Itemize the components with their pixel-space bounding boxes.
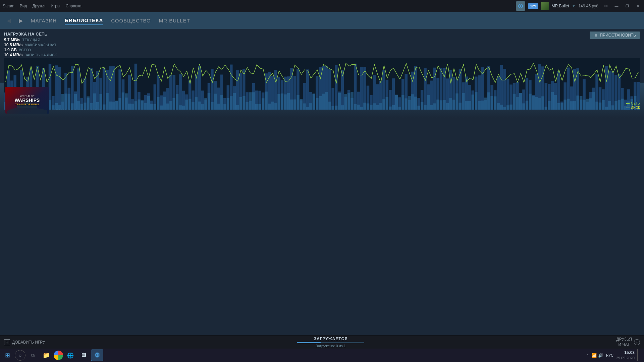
menu-steam[interactable]: Steam	[3, 4, 14, 8]
svg-rect-48	[74, 94, 77, 110]
search-icon: ○	[19, 353, 21, 358]
svg-rect-390	[618, 100, 621, 110]
svg-rect-270	[427, 95, 430, 110]
svg-rect-156	[246, 102, 248, 110]
friends-chat-button[interactable]: ДРУЗЬЯИ ЧАТ +	[616, 337, 640, 347]
notification-badge[interactable]: 129	[528, 3, 538, 9]
svg-rect-86	[135, 101, 137, 110]
steam-taskbar-button[interactable]	[91, 349, 103, 361]
minimize-button[interactable]: —	[613, 3, 620, 9]
menu-help[interactable]: Справка	[66, 4, 82, 8]
download-status-label: ЗАГРУЖАЕТСЯ	[314, 337, 347, 341]
download-progress-area: ЗАГРУЖАЕТСЯ Загружено: 0 из 1	[297, 337, 364, 348]
forward-button[interactable]: ▶	[16, 16, 25, 25]
username-label[interactable]: MR.Bullet	[552, 4, 569, 8]
svg-rect-336	[532, 96, 535, 110]
email-icon[interactable]: ✉	[602, 3, 609, 9]
language-indicator[interactable]: РУС	[606, 353, 613, 357]
svg-rect-236	[373, 103, 376, 110]
svg-rect-172	[271, 102, 274, 110]
clock-area[interactable]: 15:03 29.09.2020	[616, 350, 635, 360]
balance-label: 149.45 руб	[578, 4, 598, 8]
clock-date: 29.09.2020	[616, 356, 635, 360]
svg-rect-82	[128, 104, 131, 110]
menu-games[interactable]: Игры	[51, 4, 60, 8]
svg-rect-184	[290, 100, 293, 110]
svg-rect-56	[87, 97, 89, 110]
svg-rect-370	[586, 99, 589, 110]
svg-rect-124	[195, 97, 198, 110]
close-button[interactable]: ✕	[635, 3, 641, 9]
svg-rect-194	[306, 107, 309, 110]
svg-rect-274	[433, 103, 436, 110]
svg-rect-186	[293, 100, 296, 110]
file-explorer-button[interactable]: 📁	[40, 349, 52, 361]
svg-rect-266	[421, 102, 423, 110]
svg-rect-130	[204, 98, 207, 110]
svg-rect-350	[554, 95, 557, 110]
svg-rect-66	[103, 105, 105, 110]
svg-rect-388	[614, 101, 617, 110]
svg-rect-308	[487, 92, 490, 110]
network-legend-color	[626, 103, 630, 104]
nav-bar: ◀ ▶ МАГАЗИН БИБЛИОТЕКА СООБЩЕСТВО MR.BUL…	[0, 12, 644, 29]
svg-rect-294	[465, 101, 468, 110]
svg-rect-88	[138, 100, 140, 110]
search-button[interactable]: ○	[15, 350, 25, 361]
chrome-button[interactable]	[54, 351, 63, 360]
svg-rect-340	[538, 98, 541, 110]
pause-button[interactable]: ⏸ ПРИОСТАНОВИТЬ	[590, 32, 640, 39]
svg-rect-358	[567, 99, 570, 110]
edge-button[interactable]: 🌐	[64, 349, 76, 361]
svg-rect-40	[61, 94, 64, 110]
photos-button[interactable]: 🖼	[78, 349, 90, 361]
svg-rect-385	[611, 71, 614, 110]
svg-rect-98	[154, 104, 156, 110]
svg-rect-174	[274, 103, 277, 110]
svg-rect-54	[84, 103, 86, 110]
svg-rect-68	[106, 93, 108, 110]
nav-store[interactable]: МАГАЗИН	[31, 16, 57, 25]
svg-rect-84	[131, 104, 134, 110]
nav-community[interactable]: СООБЩЕСТВО	[111, 16, 151, 25]
volume-tray-icon[interactable]: 🔊	[598, 353, 603, 358]
windows-taskbar: ⊞ ○ ⧉ 📁 🌐 🖼 ^ 📶 🔊 РУС 15:	[0, 349, 644, 362]
chart-stats: НАГРУЗКА НА СЕТЬ 9.7 MB/s ТЕКУЩАЯ 10.5 M…	[4, 32, 57, 57]
svg-rect-92	[144, 103, 147, 110]
start-button[interactable]: ⊞	[1, 349, 13, 361]
system-tray-expand[interactable]: ^	[587, 354, 589, 357]
menu-friends[interactable]: Друзья	[32, 4, 45, 8]
svg-rect-376	[595, 102, 598, 110]
svg-rect-166	[262, 98, 264, 110]
show-desktop-button[interactable]	[637, 349, 640, 361]
svg-rect-314	[497, 103, 499, 110]
svg-rect-223	[354, 64, 357, 110]
chart-area: НАГРУЗКА НА СЕТЬ 9.7 MB/s ТЕКУЩАЯ 10.5 M…	[0, 29, 644, 82]
menu-view[interactable]: Вид	[20, 4, 27, 8]
task-view-button[interactable]: ⧉	[27, 349, 39, 361]
network-tray-icon[interactable]: 📶	[591, 353, 597, 358]
svg-rect-227	[360, 67, 363, 110]
svg-rect-62	[96, 102, 99, 110]
nav-profile[interactable]: MR.BULLET	[159, 16, 190, 25]
svg-rect-278	[440, 100, 442, 110]
svg-rect-58	[90, 103, 93, 110]
svg-rect-232	[367, 104, 369, 110]
back-button[interactable]: ◀	[4, 16, 13, 25]
svg-rect-306	[484, 98, 487, 110]
friends-plus-icon: +	[634, 339, 640, 345]
svg-rect-216	[341, 105, 344, 110]
svg-rect-354	[560, 103, 563, 110]
nav-library[interactable]: БИБЛИОТЕКА	[65, 16, 103, 25]
svg-rect-212	[335, 106, 337, 110]
svg-rect-106	[166, 104, 169, 110]
svg-rect-206	[325, 92, 328, 110]
add-game-button[interactable]: + ДОБАВИТЬ ИГРУ	[4, 339, 45, 345]
svg-rect-204	[322, 94, 325, 110]
steam-icon-btn[interactable]	[516, 1, 525, 11]
svg-rect-334	[529, 94, 531, 110]
svg-rect-70	[109, 102, 112, 110]
nav-links: МАГАЗИН БИБЛИОТЕКА СООБЩЕСТВО MR.BULLET	[31, 16, 190, 25]
svg-rect-262	[414, 97, 417, 110]
maximize-button[interactable]: ❐	[624, 3, 631, 9]
